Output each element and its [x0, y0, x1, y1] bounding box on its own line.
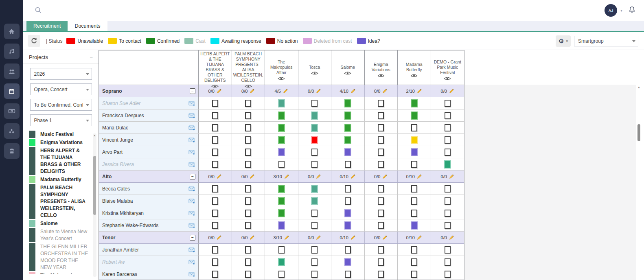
envelope-icon[interactable]: [188, 125, 195, 131]
status-checkbox[interactable]: [445, 136, 451, 144]
status-checkbox[interactable]: [378, 136, 384, 144]
status-checkbox[interactable]: [378, 222, 384, 229]
project-filter-select-2[interactable]: To Be Confirmed, Confirm: [30, 99, 92, 111]
envelope-icon[interactable]: [188, 162, 195, 167]
status-checkbox[interactable]: [378, 124, 384, 131]
sidebar-item-database[interactable]: [4, 143, 20, 159]
envelope-icon[interactable]: [188, 186, 195, 192]
envelope-icon[interactable]: [188, 210, 195, 216]
status-square-cast[interactable]: [278, 99, 285, 107]
grid-vertical-scrollbar[interactable]: ▲: [637, 85, 641, 280]
status-square-emerald[interactable]: [278, 258, 285, 266]
status-checkbox[interactable]: [345, 161, 351, 168]
status-checkbox[interactable]: [445, 100, 451, 107]
status-checkbox[interactable]: [445, 149, 451, 156]
edit-pencil-icon[interactable]: [382, 235, 388, 240]
status-checkbox[interactable]: [378, 271, 384, 278]
sidebar-item-cubes[interactable]: [4, 123, 20, 139]
status-checkbox[interactable]: [212, 246, 218, 254]
status-checkbox[interactable]: [278, 246, 285, 254]
status-checkbox[interactable]: [445, 124, 451, 131]
project-list-item[interactable]: The Makropulos Affair: [29, 272, 99, 274]
eye-icon[interactable]: [278, 77, 285, 81]
status-square-confirmed[interactable]: [411, 112, 418, 120]
status-square-idea[interactable]: [344, 209, 351, 217]
envelope-icon[interactable]: [188, 271, 195, 277]
status-checkbox[interactable]: [245, 197, 251, 205]
status-checkbox[interactable]: [311, 149, 318, 156]
collapse-group-icon[interactable]: −: [190, 174, 195, 179]
status-checkbox[interactable]: [212, 124, 218, 131]
singer-name-cell[interactable]: Kristina Mkhitaryan: [99, 207, 199, 219]
status-square-cast[interactable]: [311, 185, 318, 193]
status-square-confirmed[interactable]: [411, 99, 418, 107]
singer-name-cell[interactable]: Arvo Part: [99, 146, 199, 158]
refresh-button[interactable]: [28, 35, 40, 47]
status-checkbox[interactable]: [278, 271, 285, 278]
status-checkbox[interactable]: [411, 185, 417, 192]
status-checkbox[interactable]: [245, 271, 251, 278]
status-checkbox[interactable]: [245, 258, 251, 266]
status-checkbox[interactable]: [378, 197, 384, 205]
project-filter-select-3[interactable]: Phase 1: [30, 114, 92, 126]
grid-column-header[interactable]: HERB ALPERT & THE TIJUANA BRASS & OTHER …: [199, 50, 232, 90]
tab-documents[interactable]: Documents: [68, 21, 107, 31]
status-checkbox[interactable]: [411, 124, 417, 131]
status-checkbox[interactable]: [212, 161, 218, 168]
eye-icon[interactable]: [410, 74, 418, 78]
edit-pencil-icon[interactable]: [449, 174, 454, 179]
status-square-confirmed[interactable]: [278, 185, 285, 193]
sidebar-item-banknote[interactable]: [4, 103, 20, 119]
notifications-bell-icon[interactable]: [628, 6, 636, 15]
project-list-item[interactable]: THE GLENN MILLER ORCHESTRA IN THE MOOD F…: [29, 243, 99, 271]
edit-pencil-icon[interactable]: [382, 174, 388, 179]
status-checkbox[interactable]: [245, 222, 251, 229]
grid-column-header[interactable]: Enigma Variations: [365, 50, 398, 90]
status-checkbox[interactable]: [311, 210, 318, 217]
collapse-group-icon[interactable]: −: [190, 235, 195, 241]
edit-pencil-icon[interactable]: [350, 174, 356, 179]
status-checkbox[interactable]: [445, 246, 451, 254]
projects-scroll-thumb[interactable]: [93, 156, 96, 215]
status-checkbox[interactable]: [212, 271, 218, 278]
status-checkbox[interactable]: [212, 185, 218, 192]
status-square-cast[interactable]: [311, 112, 318, 120]
avatar[interactable]: A.I: [605, 4, 617, 17]
grid-column-header[interactable]: Salome: [331, 50, 365, 90]
status-checkbox[interactable]: [212, 112, 218, 119]
singer-name-cell[interactable]: Stephanie Wake-Edwards: [99, 219, 199, 231]
status-checkbox[interactable]: [378, 210, 384, 217]
edit-pencil-icon[interactable]: [449, 235, 454, 240]
settings-gear-button[interactable]: ⚙⚙ ▾: [556, 35, 571, 47]
status-checkbox[interactable]: [378, 149, 384, 156]
collapse-group-icon[interactable]: −: [190, 88, 195, 94]
status-checkbox[interactable]: [278, 161, 285, 168]
status-checkbox[interactable]: [378, 112, 384, 119]
avatar-caret-icon[interactable]: ▾: [620, 8, 622, 13]
status-checkbox[interactable]: [311, 271, 318, 278]
status-checkbox[interactable]: [245, 210, 251, 217]
projects-scrollbar[interactable]: ▲: [93, 133, 96, 277]
project-list-item[interactable]: Salute to Vienna New Year's Concert: [29, 228, 99, 242]
status-square-cast[interactable]: [311, 124, 318, 132]
status-square-idea[interactable]: [344, 221, 351, 230]
status-checkbox[interactable]: [345, 185, 351, 192]
edit-pencil-icon[interactable]: [283, 88, 288, 94]
singer-name-cell[interactable]: Robert Aw: [99, 256, 199, 268]
eye-icon[interactable]: [344, 71, 351, 76]
status-square-idea[interactable]: [344, 258, 351, 266]
status-checkbox[interactable]: [378, 258, 384, 266]
project-list-item[interactable]: Madama Butterfly: [29, 176, 99, 183]
tab-recruitment[interactable]: Recruitment: [26, 21, 68, 31]
eye-icon[interactable]: [311, 71, 318, 76]
edit-pencil-icon[interactable]: [217, 235, 222, 240]
envelope-icon[interactable]: [188, 137, 195, 143]
edit-pencil-icon[interactable]: [417, 174, 422, 179]
project-filter-select-0[interactable]: 2026: [30, 68, 92, 80]
grid-column-header[interactable]: The Makropulos Affair: [265, 50, 298, 90]
status-checkbox[interactable]: [245, 149, 251, 156]
singer-name-cell[interactable]: Maria Dulac: [99, 122, 199, 133]
singer-name-cell[interactable]: Jessica Rivera: [99, 158, 199, 170]
status-square-confirmed[interactable]: [344, 136, 351, 144]
status-checkbox[interactable]: [212, 136, 218, 144]
